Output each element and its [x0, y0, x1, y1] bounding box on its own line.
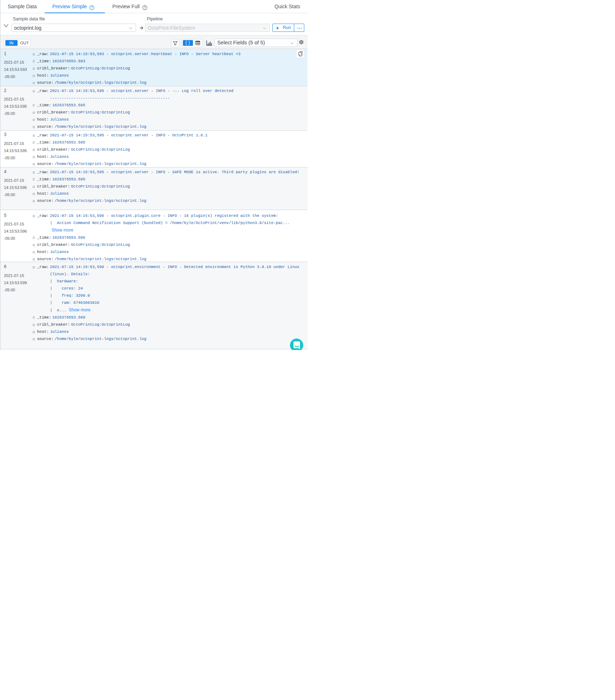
svg-text:?: ?: [91, 6, 93, 9]
svg-text:?: ?: [144, 6, 146, 9]
